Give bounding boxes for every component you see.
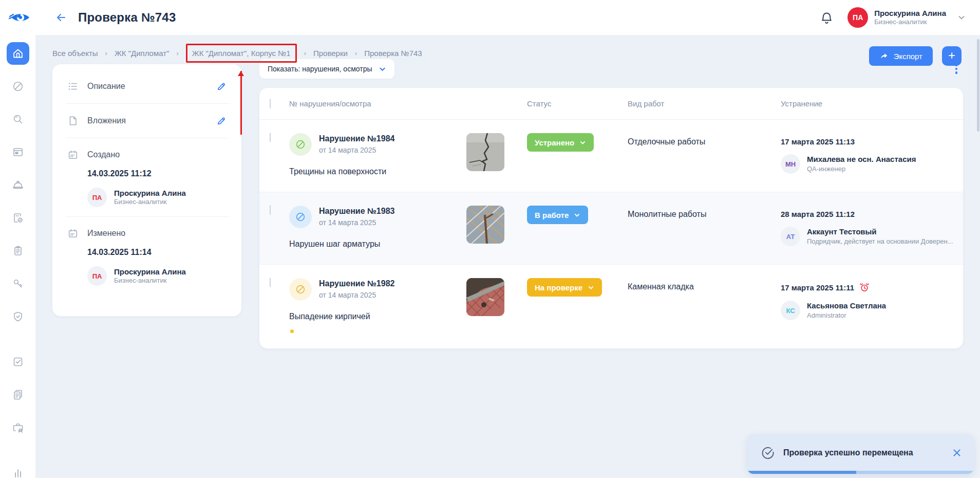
row-checkbox[interactable] (270, 205, 271, 215)
sidebar-item-contractors[interactable] (7, 416, 29, 439)
assignee-role: QA-инженер (807, 164, 916, 174)
back-button[interactable] (53, 10, 69, 25)
chevron-down-icon (574, 212, 580, 218)
violation-date: от 14 марта 2025 (319, 218, 394, 227)
breadcrumb-item-inspections[interactable]: Проверки (313, 49, 348, 58)
edit-description-button[interactable] (215, 80, 228, 93)
inspection-check-icon (12, 212, 24, 224)
home-icon (12, 47, 24, 60)
edit-attachments-button[interactable] (215, 114, 228, 127)
pencil-icon (216, 81, 227, 91)
user-menu[interactable]: ПА Проскурина Алина Бизнес-аналитик (847, 7, 966, 28)
table-header-row: № нарушения/осмотра Статус Вид работ Уст… (259, 88, 963, 120)
sidebar-item-checklists[interactable] (7, 240, 29, 262)
list-icon (67, 80, 79, 93)
sidebar-item-construction[interactable] (7, 174, 29, 196)
description-label: Описание (87, 82, 206, 91)
work-type: Монолитные работы (628, 206, 781, 219)
author-name: Проскурина Алина (114, 188, 186, 198)
status-label: В работе (535, 211, 569, 219)
file-icon (67, 115, 79, 127)
avatar: ПА (87, 266, 107, 286)
sidebar-item-documents[interactable] (7, 383, 29, 406)
author-name: Проскурина Алина (114, 267, 186, 277)
check-circle-icon (761, 446, 775, 460)
violation-type-icon (289, 206, 312, 228)
resolution-datetime: 28 марта 2025 11:12 (781, 210, 855, 218)
select-all-checkbox[interactable] (270, 99, 271, 108)
table-row[interactable]: Нарушение №1984 от 14 марта 2025 Трещины… (259, 120, 963, 192)
violation-title[interactable]: Нарушение №1984 (319, 134, 394, 143)
modified-block: Изменено 14.03.2025 11:14 ПА Проскурина … (67, 217, 228, 295)
status-badge[interactable]: На проверке (527, 278, 602, 297)
created-block: Создано 14.03.2025 11:12 ПА Проскурина А… (67, 138, 228, 216)
avatar: ПА (87, 188, 107, 207)
breadcrumb-label: ЖК "Дипломат", Корпус №1 (192, 49, 291, 58)
attachments-row: Вложения (67, 104, 228, 138)
breadcrumb: Все объекты › ЖК "Дипломат" › ЖК "Диплом… (52, 35, 422, 71)
note-dot (290, 329, 294, 333)
user-avatar: ПА (847, 7, 868, 28)
projects-icon (12, 146, 24, 158)
sidebar-item-security[interactable] (7, 305, 29, 328)
scrollbar-thumb[interactable] (977, 39, 979, 132)
pencil-icon (216, 116, 227, 126)
violations-section: Показать: нарушения, осмотры № нарушения… (259, 58, 963, 348)
violation-type-icon (289, 278, 312, 301)
table-row[interactable]: Нарушение №1983 от 14 марта 2025 Нарушен… (259, 192, 963, 265)
briefcase-user-icon (12, 421, 24, 434)
row-checkbox[interactable] (270, 278, 271, 287)
sidebar-item-analytics[interactable] (7, 462, 29, 478)
annotation-arrow-up (238, 62, 245, 131)
export-button[interactable]: Экспорт (869, 46, 933, 66)
sidebar-item-projects[interactable] (7, 141, 29, 163)
row-checkbox[interactable] (270, 133, 271, 142)
sidebar-item-home[interactable] (7, 42, 29, 65)
app-logo-eye-icon[interactable] (5, 7, 35, 28)
sidebar-item-inspections[interactable] (7, 207, 29, 229)
violation-photo[interactable] (466, 278, 504, 316)
sidebar-nav (0, 35, 36, 478)
resolution-datetime: 17 марта 2025 11:13 (781, 137, 855, 146)
toast-notification: Проверка успешно перемещена (747, 434, 974, 474)
status-badge[interactable]: Устранено (527, 133, 594, 152)
breadcrumb-item-building-highlighted[interactable]: ЖК "Дипломат", Корпус №1 (186, 44, 297, 63)
violation-photo[interactable] (466, 206, 504, 244)
created-datetime: 14.03.2025 11:12 (87, 169, 228, 178)
modified-label: Изменено (87, 229, 125, 238)
created-label: Создано (87, 150, 120, 159)
notifications-bell-icon[interactable] (819, 10, 834, 25)
column-header-number: № нарушения/осмотра (289, 99, 466, 108)
breadcrumb-item-current[interactable]: Проверка №743 (364, 49, 422, 58)
table-row[interactable]: Нарушение №1982 от 14 марта 2025 Выпаден… (259, 265, 963, 348)
description-row: Описание (67, 69, 228, 103)
task-check-icon (12, 356, 24, 368)
sidebar-item-search[interactable] (7, 108, 29, 131)
violation-photo[interactable] (466, 133, 504, 171)
inspection-info-panel: Описание Вложения Создано 14.03.2025 (52, 64, 241, 316)
assignee-role: Administrator (807, 311, 886, 320)
breadcrumb-separator: › (176, 49, 178, 57)
violation-title[interactable]: Нарушение №1983 (319, 207, 394, 216)
breadcrumb-item-complex[interactable]: ЖК "Дипломат" (115, 49, 169, 58)
modified-datetime: 14.03.2025 11:14 (87, 248, 228, 257)
violation-title[interactable]: Нарушение №1982 (319, 279, 394, 288)
breadcrumb-item-all-objects[interactable]: Все объекты (52, 49, 98, 58)
toast-close-icon[interactable] (951, 447, 963, 458)
avatar: КС (781, 301, 800, 320)
assignee: АТ Аккаунт Тестовый Подрядчик, действует… (781, 227, 953, 246)
modified-by-user: ПА Проскурина Алина Бизнес-аналитик (87, 266, 228, 286)
attachments-label: Вложения (87, 116, 206, 125)
status-badge[interactable]: В работе (527, 206, 588, 224)
avatar: АТ (781, 227, 800, 246)
sidebar-item-zones[interactable] (7, 75, 29, 98)
status-label: На проверке (535, 283, 582, 292)
violation-description: Выпадение кирпичей (289, 312, 466, 321)
status-label: Устранено (535, 138, 574, 147)
assignee: МН Михалева не осн. Анастасия QA-инженер (781, 154, 953, 174)
sidebar-item-access[interactable] (7, 272, 29, 295)
add-button[interactable]: + (942, 46, 962, 66)
created-by-user: ПА Проскурина Алина Бизнес-аналитик (87, 188, 228, 207)
sidebar-item-tasks[interactable] (7, 351, 29, 373)
column-header-work-type: Вид работ (628, 99, 781, 108)
